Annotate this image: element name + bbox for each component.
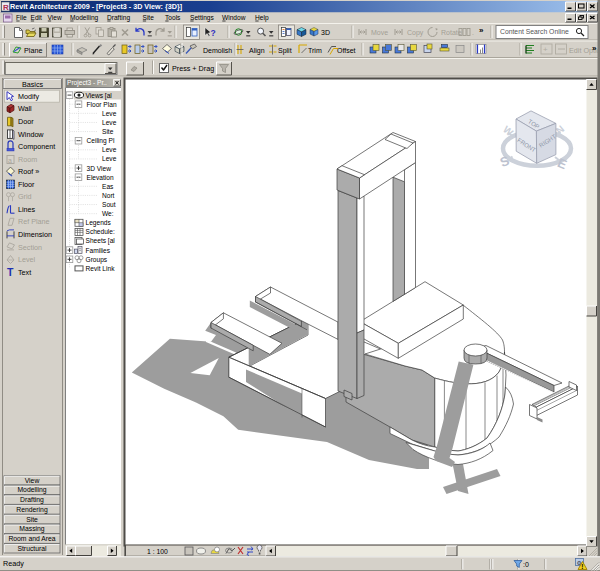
svg-text:Text: Text <box>18 268 31 277</box>
svg-text:.: . <box>472 29 474 36</box>
svg-text:R: R <box>3 3 9 12</box>
svg-text:Trim: Trim <box>308 47 322 54</box>
svg-text:1 : 100: 1 : 100 <box>147 548 168 555</box>
svg-text:Roof »: Roof » <box>18 167 39 176</box>
svg-text:Offset: Offset <box>337 47 356 54</box>
svg-text:Floor Plan: Floor Plan <box>87 101 117 108</box>
svg-text:Align: Align <box>249 47 265 55</box>
svg-text:We:: We: <box>102 210 114 217</box>
svg-text:Wall: Wall <box>18 104 32 113</box>
svg-text:Families: Families <box>86 247 111 254</box>
svg-text:Room and Area: Room and Area <box>8 535 55 542</box>
svg-text:Revit Architecture 2009 - [Pro: Revit Architecture 2009 - [Project3 - 3D… <box>10 2 182 11</box>
svg-text:Views [al: Views [al <box>86 92 113 100</box>
svg-text:Sheets [al: Sheets [al <box>86 237 116 245</box>
svg-text:Elevation: Elevation <box>87 174 114 181</box>
svg-text:Content Search Online: Content Search Online <box>500 28 569 35</box>
svg-text:?: ? <box>211 28 216 38</box>
svg-text:Level: Level <box>18 255 36 264</box>
svg-text:Component: Component <box>18 142 55 151</box>
svg-text:!: ! <box>581 563 583 570</box>
svg-text:Site: Site <box>143 14 155 21</box>
svg-text:Ref Plane: Ref Plane <box>18 217 50 226</box>
svg-text:Floor: Floor <box>18 180 35 189</box>
svg-text:Leve: Leve <box>102 155 117 162</box>
svg-text:Door: Door <box>18 117 34 126</box>
svg-text:Copy: Copy <box>407 29 424 37</box>
svg-text:Press + Drag: Press + Drag <box>172 64 214 73</box>
svg-text:File: File <box>16 14 27 21</box>
svg-text:Dimension: Dimension <box>18 230 52 239</box>
svg-text:Schedule:: Schedule: <box>86 228 115 235</box>
svg-text:3D View: 3D View <box>87 165 112 172</box>
svg-text:Plane: Plane <box>24 46 42 55</box>
svg-text:Section: Section <box>18 243 42 252</box>
svg-text:Leve: Leve <box>102 110 117 117</box>
svg-text:Settings: Settings <box>190 14 215 22</box>
svg-text:Leve: Leve <box>102 146 117 153</box>
svg-text:Drafting: Drafting <box>20 496 44 504</box>
svg-text:+: + <box>543 45 548 54</box>
svg-text:Structural: Structural <box>17 545 47 552</box>
svg-text:Window: Window <box>222 14 246 21</box>
svg-text:»: » <box>479 26 484 35</box>
svg-text:Site: Site <box>26 516 38 523</box>
svg-text:Modelling: Modelling <box>17 486 46 494</box>
svg-text::0: :0 <box>523 561 529 568</box>
svg-text:Ready: Ready <box>3 559 24 568</box>
svg-text:View: View <box>25 477 40 484</box>
svg-text:Ceiling Pl: Ceiling Pl <box>87 137 115 145</box>
svg-text:Window: Window <box>18 130 44 139</box>
svg-text:Massing: Massing <box>19 525 45 533</box>
svg-text:Leve: Leve <box>102 119 117 126</box>
svg-text:Eas: Eas <box>102 183 114 190</box>
svg-text:a: a <box>8 157 12 164</box>
svg-text:Split: Split <box>278 47 292 55</box>
svg-text:Site: Site <box>102 128 114 135</box>
svg-text:Modify: Modify <box>18 92 40 101</box>
svg-text:Lines: Lines <box>18 205 36 214</box>
svg-text:»: » <box>592 44 597 53</box>
svg-text:Revit Link: Revit Link <box>86 265 116 272</box>
svg-text:Legends: Legends <box>86 219 112 227</box>
svg-text:Grid: Grid <box>18 192 32 201</box>
svg-text:T: T <box>7 266 14 278</box>
svg-text:Project3 - Pr..: Project3 - Pr.. <box>67 79 107 87</box>
svg-text:Move: Move <box>371 29 388 36</box>
svg-text:Nort: Nort <box>102 192 115 199</box>
svg-text:Sout: Sout <box>102 201 116 208</box>
svg-text:Demolish: Demolish <box>203 47 232 54</box>
svg-text:Edit: Edit <box>31 14 43 21</box>
svg-text:Groups: Groups <box>86 256 108 264</box>
svg-text:Tools: Tools <box>165 14 181 21</box>
svg-text:3D: 3D <box>321 29 330 36</box>
svg-text:Room: Room <box>18 155 37 164</box>
svg-text:Rendering: Rendering <box>16 506 48 514</box>
svg-text:View: View <box>48 14 62 21</box>
svg-text:Basics: Basics <box>22 80 44 89</box>
svg-text:Modelling: Modelling <box>70 14 99 22</box>
